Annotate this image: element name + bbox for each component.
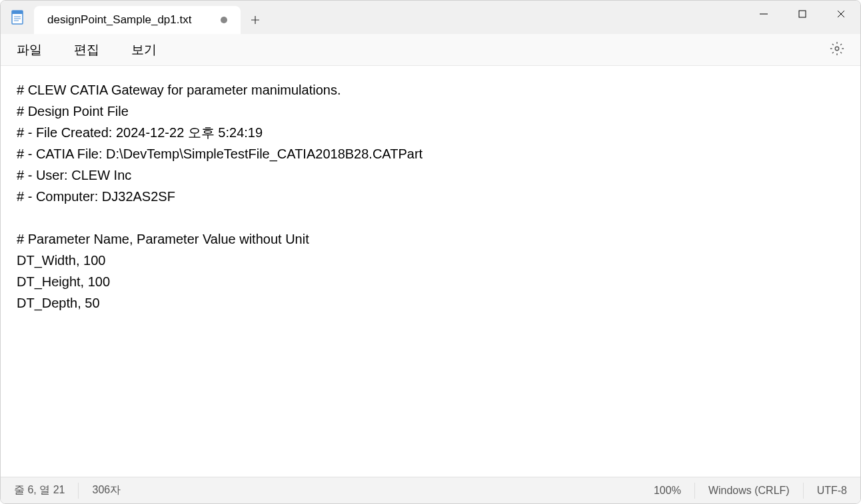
- menu-file[interactable]: 파일: [10, 37, 58, 63]
- status-zoom[interactable]: 100%: [640, 483, 695, 499]
- menu-view[interactable]: 보기: [115, 37, 173, 63]
- status-line-ending[interactable]: Windows (CRLF): [695, 483, 804, 499]
- status-encoding[interactable]: UTF-8: [804, 483, 860, 499]
- settings-button[interactable]: [823, 37, 851, 63]
- maximize-icon: [798, 9, 807, 19]
- minimize-button[interactable]: [744, 1, 783, 27]
- tab-active[interactable]: designPoint_Sample_dp1.txt: [34, 6, 241, 34]
- tab-title: designPoint_Sample_dp1.txt: [47, 13, 213, 27]
- status-cursor-position: 줄 6, 열 21: [1, 483, 79, 499]
- text-editor[interactable]: # CLEW CATIA Gateway for parameter manim…: [1, 66, 860, 477]
- statusbar: 줄 6, 열 21 306자 100% Windows (CRLF) UTF-8: [1, 477, 860, 503]
- titlebar: designPoint_Sample_dp1.txt: [1, 1, 860, 34]
- menubar: 파일 편집 보기: [1, 34, 860, 66]
- window-controls: [744, 1, 860, 34]
- plus-icon: [250, 15, 261, 25]
- close-button[interactable]: [822, 1, 860, 27]
- close-icon: [836, 9, 846, 19]
- notepad-icon: [9, 9, 25, 25]
- status-char-count: 306자: [79, 483, 134, 499]
- app-icon: [1, 1, 34, 34]
- svg-rect-8: [799, 11, 806, 17]
- gear-icon: [830, 41, 844, 56]
- menu-edit[interactable]: 편집: [58, 37, 115, 63]
- maximize-button[interactable]: [783, 1, 822, 27]
- minimize-icon: [759, 9, 768, 19]
- new-tab-button[interactable]: [241, 6, 270, 34]
- svg-rect-1: [12, 11, 23, 14]
- svg-point-11: [835, 47, 839, 51]
- tab-dirty-indicator[interactable]: [221, 17, 227, 23]
